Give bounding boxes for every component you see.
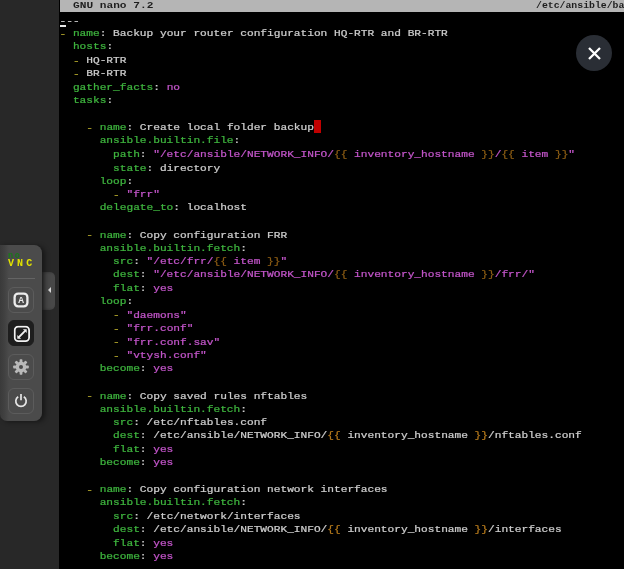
svg-text:A: A bbox=[18, 294, 24, 304]
